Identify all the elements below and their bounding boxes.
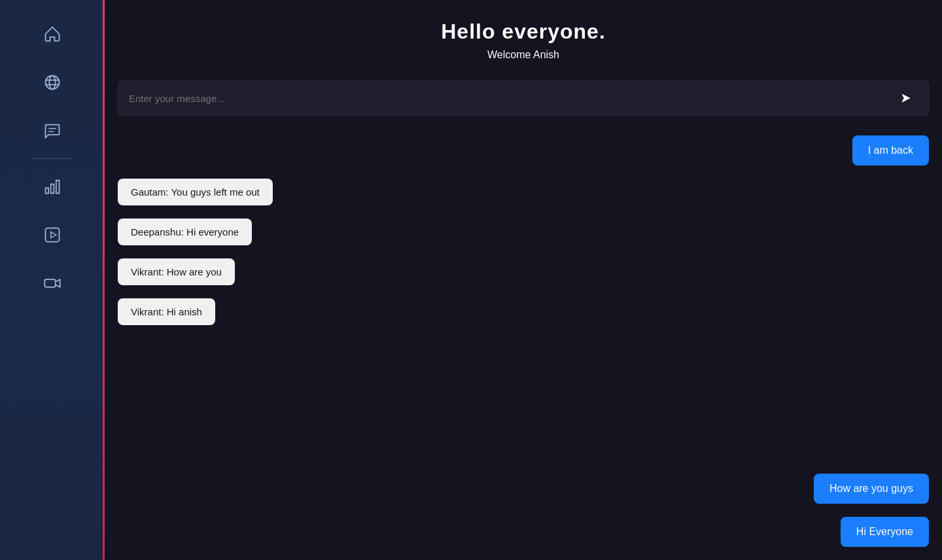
received-message-4: Vikrant: Hi anish bbox=[118, 298, 215, 325]
main-chat-area: Hello everyone. Welcome Anish I am back … bbox=[105, 0, 942, 560]
svg-marker-12 bbox=[901, 94, 910, 102]
svg-rect-7 bbox=[51, 184, 54, 194]
sidebar-item-activity[interactable] bbox=[38, 172, 67, 201]
sidebar-item-globe[interactable] bbox=[38, 68, 67, 97]
svg-rect-8 bbox=[56, 181, 60, 194]
received-message-1: Gautam: You guys left me out bbox=[118, 179, 273, 205]
svg-rect-9 bbox=[46, 228, 60, 242]
messages-area: I am back Gautam: You guys left me out D… bbox=[105, 129, 942, 560]
message-input[interactable] bbox=[129, 93, 894, 104]
svg-point-1 bbox=[49, 76, 55, 90]
chat-header: Hello everyone. Welcome Anish bbox=[105, 0, 942, 74]
svg-rect-11 bbox=[44, 279, 55, 287]
svg-marker-10 bbox=[51, 232, 56, 237]
sidebar-item-video[interactable] bbox=[38, 269, 67, 298]
header-title: Hello everyone. bbox=[118, 20, 929, 44]
received-message-2: Deepanshu: Hi everyone bbox=[118, 219, 252, 245]
sent-message-wrapper-1: I am back bbox=[118, 135, 929, 166]
svg-rect-6 bbox=[46, 188, 49, 193]
received-messages: Gautam: You guys left me out Deepanshu: … bbox=[118, 179, 929, 338]
svg-point-0 bbox=[46, 76, 60, 90]
sent-message-1: I am back bbox=[852, 135, 929, 166]
sidebar-item-home[interactable] bbox=[38, 20, 67, 48]
sidebar-divider bbox=[33, 158, 72, 159]
sidebar-item-play[interactable] bbox=[38, 220, 67, 249]
received-message-3: Vikrant: How are you bbox=[118, 258, 235, 285]
message-input-container bbox=[118, 80, 929, 116]
header-subtitle: Welcome Anish bbox=[118, 49, 929, 61]
send-button[interactable] bbox=[894, 89, 918, 107]
sent-message-2: How are you guys bbox=[814, 474, 929, 504]
sidebar-item-chat[interactable] bbox=[38, 116, 67, 145]
sent-message-3: Hi Everyone bbox=[841, 517, 929, 547]
sidebar bbox=[0, 0, 105, 560]
